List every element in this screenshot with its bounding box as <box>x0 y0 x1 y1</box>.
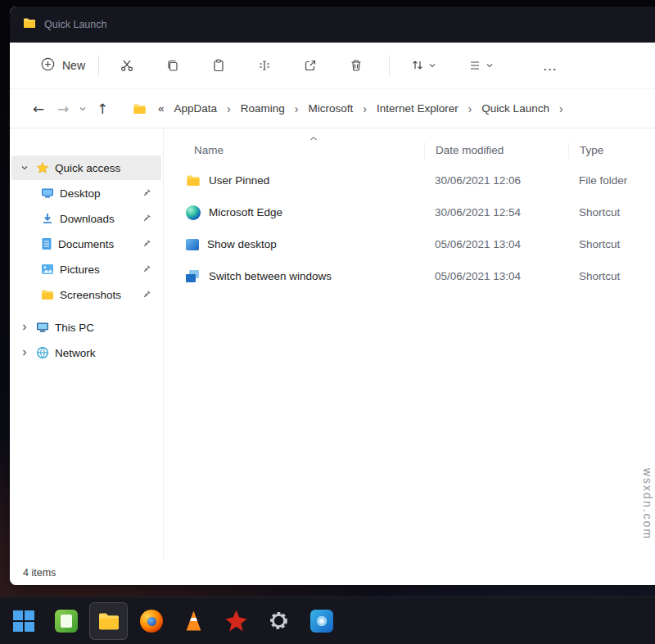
desktop-background: Quick Launch New <box>0 0 655 644</box>
start-button[interactable] <box>4 602 43 640</box>
file-date-modified: 30/06/2021 12:54 <box>424 206 568 218</box>
pin-icon <box>142 264 151 274</box>
breadcrumb-segment[interactable]: Microsoft <box>303 98 358 119</box>
file-row[interactable]: Show desktop 05/06/2021 13:04 Shortcut <box>178 228 655 260</box>
view-button[interactable] <box>458 49 503 82</box>
breadcrumb-segment[interactable]: Internet Explorer <box>372 98 463 119</box>
taskbar-vlc[interactable] <box>174 602 213 640</box>
share-icon <box>303 58 318 73</box>
taskbar-firefox[interactable] <box>132 602 170 640</box>
green-app-icon <box>55 610 78 633</box>
column-header-type[interactable]: Type <box>568 142 655 159</box>
delete-button[interactable] <box>340 49 373 82</box>
column-header-name[interactable]: Name <box>178 142 424 159</box>
taskbar-app-green[interactable] <box>47 602 85 640</box>
view-icon <box>468 58 482 73</box>
sidebar-item-label: Network <box>55 347 96 359</box>
sidebar-item-downloads[interactable]: Downloads <box>11 206 161 231</box>
sidebar-item-pictures[interactable]: Pictures <box>11 257 161 281</box>
file-row[interactable]: Microsoft Edge 30/06/2021 12:54 Shortcut <box>178 196 655 228</box>
paste-button[interactable] <box>202 49 235 82</box>
file-list: Name Date modified Type User Pinned 30/0… <box>164 128 655 561</box>
breadcrumb-segment[interactable]: Quick Launch <box>477 98 554 119</box>
more-button[interactable]: … <box>534 49 567 82</box>
download-icon <box>41 212 54 225</box>
status-bar: 4 items <box>10 561 655 585</box>
chevron-right-icon[interactable] <box>18 349 30 357</box>
file-type: File folder <box>568 174 655 187</box>
explorer-content: Quick access Desktop Downloads <box>10 128 655 561</box>
file-date-modified: 05/06/2021 13:04 <box>424 238 568 250</box>
sort-button[interactable] <box>401 49 445 82</box>
breadcrumb-overflow[interactable]: « <box>150 102 168 115</box>
sidebar-item-quick-access[interactable]: Quick access <box>11 155 161 180</box>
sidebar-item-label: Downloads <box>60 213 115 225</box>
column-header-date-modified[interactable]: Date modified <box>424 142 568 159</box>
sidebar-item-network[interactable]: Network <box>11 340 161 365</box>
sidebar-item-desktop[interactable]: Desktop <box>11 181 161 205</box>
recent-locations-button[interactable] <box>75 97 90 121</box>
breadcrumb-segment[interactable]: AppData <box>169 98 223 119</box>
window-title: Quick Launch <box>44 19 106 30</box>
paste-icon <box>211 58 226 73</box>
file-name: Microsoft Edge <box>209 206 282 218</box>
taskbar-app-red[interactable] <box>217 602 255 640</box>
windows-logo-icon <box>13 610 34 632</box>
copy-icon <box>165 58 180 73</box>
pin-icon <box>142 239 151 249</box>
address-bar: ← → ↑ « AppData › Roaming › Microsoft › … <box>10 88 655 128</box>
sidebar-item-label: Screenshots <box>60 289 121 301</box>
copy-button[interactable] <box>156 49 189 82</box>
taskbar-media-app[interactable] <box>302 602 341 640</box>
computer-icon <box>36 322 49 333</box>
chevron-down-icon <box>79 105 87 113</box>
file-type: Shortcut <box>568 238 655 250</box>
rename-icon <box>257 58 272 73</box>
switch-windows-icon <box>186 270 201 283</box>
star-icon <box>36 161 49 174</box>
plus-icon <box>41 57 55 74</box>
column-headers: Name Date modified Type <box>178 137 655 164</box>
breadcrumb: « AppData › Roaming › Microsoft › Intern… <box>133 98 567 119</box>
forward-button[interactable]: → <box>51 97 75 121</box>
file-type: Shortcut <box>568 270 655 282</box>
sidebar-item-label: Documents <box>58 238 114 250</box>
more-icon: … <box>543 61 558 70</box>
cut-icon <box>120 58 134 73</box>
document-icon <box>41 237 52 250</box>
show-desktop-icon <box>186 239 199 250</box>
chevron-right-icon: › <box>556 102 567 115</box>
window-titlebar[interactable]: Quick Launch <box>10 7 655 43</box>
sidebar-item-documents[interactable]: Documents <box>11 232 161 256</box>
breadcrumb-segment[interactable]: Roaming <box>236 98 290 119</box>
taskbar-file-explorer[interactable] <box>89 602 128 640</box>
toolbar-separator <box>98 55 99 76</box>
file-name: Switch between windows <box>209 270 332 282</box>
chevron-down-icon <box>428 61 436 70</box>
monitor-icon <box>41 187 54 199</box>
rename-button[interactable] <box>248 49 281 82</box>
pin-icon <box>142 188 151 198</box>
sidebar-item-this-pc[interactable]: This PC <box>11 315 161 340</box>
picture-icon <box>41 263 54 275</box>
chevron-down-icon[interactable] <box>18 164 30 172</box>
pin-icon <box>142 290 151 299</box>
cut-button[interactable] <box>111 49 143 82</box>
sidebar-item-screenshots[interactable]: Screenshots <box>11 282 161 307</box>
chevron-right-icon[interactable] <box>18 323 30 331</box>
taskbar-settings[interactable] <box>260 602 298 640</box>
chevron-right-icon: › <box>224 102 234 115</box>
new-button[interactable]: New <box>31 51 95 80</box>
file-row[interactable]: Switch between windows 05/06/2021 13:04 … <box>178 260 655 292</box>
file-name: User Pinned <box>209 174 269 187</box>
chevron-right-icon: › <box>359 102 370 115</box>
toolbar-separator <box>389 55 390 76</box>
up-button[interactable]: ↑ <box>90 97 115 121</box>
file-row[interactable]: User Pinned 30/06/2021 12:06 File folder <box>178 164 655 196</box>
folder-icon <box>23 17 36 32</box>
file-date-modified: 05/06/2021 13:04 <box>424 270 568 282</box>
file-name: Show desktop <box>207 238 277 250</box>
share-button[interactable] <box>294 49 327 82</box>
back-button[interactable]: ← <box>26 97 51 121</box>
file-explorer-window: Quick Launch New <box>10 7 655 585</box>
